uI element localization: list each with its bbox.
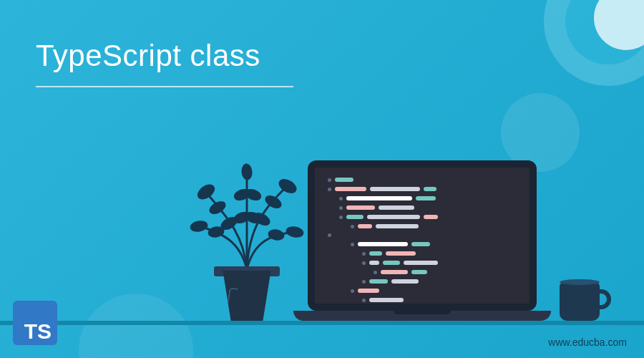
line-dot-icon	[362, 299, 366, 302]
line-dot-icon	[351, 243, 354, 246]
code-line	[328, 215, 517, 219]
code-segment	[346, 196, 412, 200]
line-dot-icon	[339, 197, 343, 200]
svg-point-10	[253, 211, 270, 226]
code-segment	[358, 289, 379, 293]
code-line	[328, 270, 517, 274]
code-line	[328, 205, 517, 210]
line-dot-icon	[362, 261, 366, 265]
mug-handle	[597, 289, 611, 309]
line-dot-icon	[328, 178, 331, 182]
page-title: TypeScript class	[36, 39, 260, 73]
code-line	[328, 178, 517, 182]
code-segment	[386, 251, 416, 256]
plant-illustration	[186, 156, 308, 321]
code-line	[328, 233, 517, 237]
svg-point-11	[190, 221, 208, 232]
line-dot-icon	[362, 252, 366, 256]
line-dot-icon	[362, 280, 366, 284]
svg-point-13	[286, 226, 303, 238]
line-dot-icon	[328, 188, 331, 191]
plant-stems-icon	[186, 155, 308, 269]
code-segment	[369, 251, 382, 256]
line-dot-icon	[339, 216, 343, 219]
site-url: www.educba.com	[548, 337, 627, 348]
code-segment	[367, 215, 420, 219]
svg-point-3	[242, 165, 252, 180]
code-segment	[369, 279, 388, 284]
code-segment	[411, 270, 427, 274]
laptop-illustration	[308, 160, 537, 321]
mug-illustration	[560, 282, 600, 321]
code-segment	[424, 187, 436, 191]
code-segment	[335, 187, 366, 191]
typescript-logo-icon: TS	[13, 301, 57, 345]
code-segment	[358, 224, 372, 228]
code-segment	[358, 242, 408, 246]
code-line	[328, 298, 517, 302]
code-line	[328, 224, 517, 228]
code-line	[328, 196, 517, 200]
code-segment	[335, 178, 353, 182]
laptop-screen	[308, 160, 537, 311]
code-segment	[376, 224, 419, 228]
typescript-logo-label: TS	[24, 319, 52, 344]
code-segment	[346, 215, 364, 219]
code-line	[328, 261, 517, 265]
title-underline	[36, 86, 293, 87]
hero-banner: TypeScript class	[0, 0, 644, 358]
line-dot-icon	[351, 289, 354, 293]
code-line	[328, 279, 517, 284]
code-line	[328, 289, 517, 293]
line-dot-icon	[328, 233, 331, 237]
code-segment	[346, 205, 375, 210]
code-segment	[381, 270, 408, 274]
code-segment	[416, 196, 436, 200]
code-line	[328, 251, 517, 256]
code-line	[328, 242, 517, 246]
desk-line	[0, 321, 644, 325]
line-dot-icon	[351, 225, 354, 228]
code-line	[328, 187, 517, 191]
decor-circle	[79, 294, 193, 358]
code-segment	[379, 205, 414, 210]
code-segment	[424, 215, 438, 219]
code-segment	[391, 279, 419, 284]
code-segment	[411, 242, 430, 246]
code-segment	[383, 261, 400, 265]
code-segment	[404, 261, 438, 265]
code-segment	[369, 298, 404, 302]
line-dot-icon	[339, 206, 343, 210]
plant-pot	[218, 271, 275, 321]
code-segment	[369, 261, 379, 265]
line-dot-icon	[374, 271, 377, 274]
laptop-base	[293, 311, 551, 321]
code-segment	[370, 187, 420, 191]
svg-point-0	[196, 183, 216, 200]
